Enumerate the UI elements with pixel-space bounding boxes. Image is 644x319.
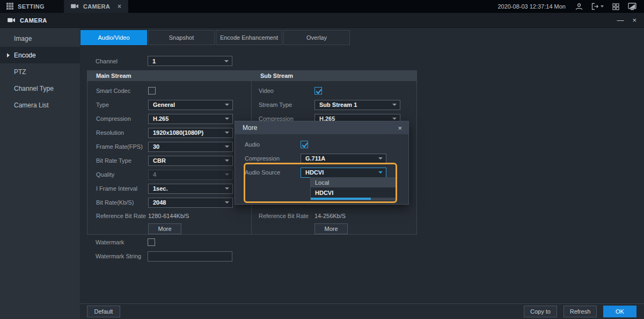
chevron-down-icon	[225, 104, 229, 106]
camera-icon	[71, 3, 79, 10]
user-icon[interactable]	[575, 3, 583, 10]
option-local[interactable]: Local	[311, 177, 396, 187]
bit-rate-type-label: Bit Rate Type	[87, 157, 148, 164]
field-row-bit-rate: Bit Rate(Kb/S) 2048	[87, 195, 251, 209]
video-label: Video	[252, 88, 314, 94]
compression-value: H.265	[153, 115, 169, 122]
sub-stream-more-button[interactable]: More	[314, 223, 348, 234]
frame-rate-select[interactable]: 30	[148, 142, 233, 152]
i-frame-interval-value: 1sec.	[153, 185, 168, 192]
minimize-icon[interactable]: —	[617, 16, 624, 24]
ok-button[interactable]: OK	[603, 306, 636, 317]
field-row-stream-type: Stream Type Sub Stream 1	[252, 98, 416, 112]
quality-value: 4	[153, 171, 156, 178]
chevron-right-icon	[7, 53, 10, 57]
sidebar-item-ptz[interactable]: PTZ	[0, 63, 80, 80]
sidebar-item-label: PTZ	[14, 68, 26, 76]
watermark-label: Watermark	[87, 239, 148, 245]
tab-encode-enhancement[interactable]: Encode Enhancement	[216, 30, 282, 45]
content-tabs: Audio/Video Snapshot Encode Enhancement …	[80, 30, 350, 45]
topbar-icons	[575, 3, 644, 10]
sidebar-item-camera-list[interactable]: Camera List	[0, 97, 80, 113]
datetime: 2020-08-03 12:37:14 Mon	[497, 3, 566, 10]
sidebar-item-label: Image	[14, 35, 32, 42]
chevron-down-icon	[378, 157, 383, 160]
close-icon[interactable]: ×	[118, 3, 121, 10]
main-stream-more-button[interactable]: More	[148, 223, 181, 234]
channel-label: Channel	[87, 58, 148, 64]
chevron-down-icon	[225, 173, 229, 176]
stream-type-value: Sub Stream 1	[319, 102, 357, 108]
resolution-select[interactable]: 1920x1080(1080P)	[148, 128, 233, 138]
tab-label: Encode Enhancement	[220, 34, 278, 41]
tab-snapshot[interactable]: Snapshot	[148, 30, 215, 45]
default-button[interactable]: Default	[87, 306, 120, 317]
smart-codec-checkbox[interactable]	[148, 87, 156, 95]
sidebar: Image Encode PTZ Channel Type Camera Lis…	[0, 28, 80, 319]
field-row-quality: Quality 4	[87, 168, 251, 182]
watermark-string-input[interactable]	[148, 251, 232, 262]
compression-label: Compression	[87, 115, 148, 122]
topbar-camera-tab[interactable]: CAMERA ×	[64, 0, 128, 13]
horizontal-scrollbar	[311, 198, 396, 200]
field-row-sub-reference-bit-rate: Reference Bit Rate 14-256Kb/S	[252, 209, 416, 222]
video-checkbox[interactable]	[314, 87, 322, 95]
sidebar-item-label: Camera List	[14, 102, 49, 109]
audio-compression-value: G.711A	[305, 155, 325, 162]
audio-compression-select[interactable]: G.711A	[301, 154, 386, 164]
chevron-down-icon	[225, 132, 229, 134]
i-frame-interval-select[interactable]: 1sec.	[148, 184, 233, 194]
channel-select[interactable]: 1	[148, 56, 232, 66]
field-row-resolution: Resolution 1920x1080(1080P)	[87, 126, 251, 140]
tab-overlay[interactable]: Overlay	[283, 30, 350, 45]
type-select[interactable]: General	[148, 100, 233, 110]
audio-checkbox[interactable]	[301, 141, 308, 148]
type-label: Type	[87, 102, 148, 108]
chevron-down-icon	[225, 201, 229, 204]
field-row-more: More	[87, 222, 251, 235]
field-row-audio: Audio	[235, 137, 408, 151]
more-dialog: More × Audio Compression G.711A Audio So…	[235, 121, 409, 205]
chevron-down-icon	[225, 146, 229, 148]
tab-label: Overlay	[306, 34, 327, 41]
footer-right-buttons: Copy to Refresh OK	[524, 306, 636, 317]
chevron-down-icon	[224, 60, 229, 62]
display-icon[interactable]	[628, 3, 636, 10]
bit-rate-type-select[interactable]: CBR	[148, 156, 233, 166]
logout-icon[interactable]	[591, 3, 604, 10]
audio-source-value: HDCVI	[305, 169, 324, 176]
sidebar-item-channel-type[interactable]: Channel Type	[0, 80, 80, 97]
audio-source-select[interactable]: HDCVI	[301, 168, 386, 178]
refresh-button[interactable]: Refresh	[564, 306, 597, 317]
watermark-checkbox[interactable]	[148, 238, 155, 246]
main-stream-header: Main Stream	[87, 71, 251, 81]
sidebar-item-image[interactable]: Image	[0, 30, 80, 47]
close-icon[interactable]: ×	[632, 16, 636, 24]
field-row-i-frame-interval: I Frame Interval 1sec.	[87, 182, 251, 195]
apps-grid-icon	[6, 3, 13, 11]
main-stream-column: Main Stream Smart Codec Type General Com…	[87, 71, 251, 234]
resolution-label: Resolution	[87, 129, 148, 136]
close-icon[interactable]: ×	[398, 124, 402, 132]
bit-rate-select[interactable]: 2048	[148, 198, 233, 208]
channel-value: 1	[152, 58, 156, 64]
topbar-setting-tab[interactable]: SETTING	[0, 0, 64, 13]
watermark-string-row: Watermark String	[87, 249, 232, 263]
copy-to-button[interactable]: Copy to	[524, 306, 557, 317]
scrollbar-thumb[interactable]	[311, 198, 371, 200]
audio-source-label: Audio Source	[235, 169, 301, 176]
stream-type-label: Stream Type	[252, 102, 314, 108]
field-row-video: Video	[252, 84, 416, 98]
compression-select[interactable]: H.265	[148, 114, 233, 124]
option-hdcvi[interactable]: HDCVI	[311, 187, 396, 198]
bit-rate-value: 2048	[153, 199, 166, 206]
field-row-type: Type General	[87, 98, 251, 112]
bit-rate-label: Bit Rate(Kb/S)	[87, 199, 148, 206]
tab-label: Snapshot	[169, 34, 194, 41]
chevron-down-icon	[392, 104, 397, 106]
stream-type-select[interactable]: Sub Stream 1	[314, 100, 400, 110]
sidebar-item-encode[interactable]: Encode	[0, 47, 80, 63]
tab-audio-video[interactable]: Audio/Video	[80, 30, 147, 45]
split-view-icon[interactable]	[612, 3, 619, 10]
frame-rate-value: 30	[153, 143, 159, 150]
